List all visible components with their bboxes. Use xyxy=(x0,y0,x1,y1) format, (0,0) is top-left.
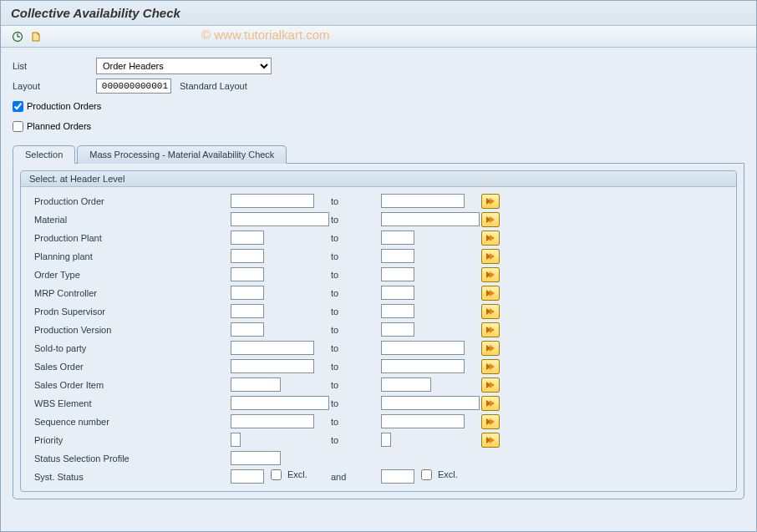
to-input[interactable] xyxy=(381,286,414,300)
field-row: Sales Orderto xyxy=(34,357,729,375)
tab-panel-selection: Select. at Header Level Production Order… xyxy=(13,164,744,499)
status-profile-label: Status Selection Profile xyxy=(34,453,231,464)
to-input[interactable] xyxy=(381,322,414,337)
field-label: Sales Order xyxy=(34,362,231,372)
field-row: Materialto xyxy=(34,210,729,228)
page-title: Collective Availability Check xyxy=(1,1,756,26)
to-input[interactable] xyxy=(381,194,465,208)
multiple-selection-button[interactable] xyxy=(481,433,500,448)
syst-status-to-input[interactable] xyxy=(381,469,414,484)
multiple-selection-button[interactable] xyxy=(481,341,500,356)
from-input[interactable] xyxy=(231,433,241,447)
to-label: to xyxy=(331,251,381,261)
multiple-selection-button[interactable] xyxy=(481,267,500,282)
multiple-selection-button[interactable] xyxy=(481,286,500,301)
planned-orders-label: Planned Orders xyxy=(27,121,91,131)
field-row: WBS Elementto xyxy=(34,394,729,412)
field-label: Priority xyxy=(34,435,231,445)
from-input[interactable] xyxy=(231,359,314,373)
multiple-selection-button[interactable] xyxy=(481,414,500,429)
group-header-level: Select. at Header Level Production Order… xyxy=(20,170,737,492)
from-input[interactable] xyxy=(231,249,264,263)
multiple-selection-button[interactable] xyxy=(481,322,500,337)
field-label: Material xyxy=(34,215,231,225)
syst-status-excl2-label: Excl. xyxy=(438,469,458,484)
to-input[interactable] xyxy=(381,341,465,355)
group-title: Select. at Header Level xyxy=(21,171,736,187)
to-input[interactable] xyxy=(381,396,480,410)
syst-status-from-input[interactable] xyxy=(231,469,264,484)
field-label: Sales Order Item xyxy=(34,380,231,390)
from-input[interactable] xyxy=(231,322,264,337)
layout-label: Layout xyxy=(13,81,96,91)
list-select[interactable]: Order Headers xyxy=(96,58,272,74)
from-input[interactable] xyxy=(231,304,264,318)
to-input[interactable] xyxy=(381,231,414,245)
list-label: List xyxy=(13,61,96,71)
to-label: to xyxy=(331,398,381,408)
from-input[interactable] xyxy=(231,231,264,245)
from-input[interactable] xyxy=(231,212,329,226)
to-label: to xyxy=(331,380,381,390)
to-label: to xyxy=(331,288,381,298)
field-label: Prodn Supervisor xyxy=(34,307,231,317)
tab-mass-processing[interactable]: Mass Processing - Material Availability … xyxy=(77,145,287,164)
field-row: Sales Order Itemto xyxy=(34,376,729,393)
and-label: and xyxy=(331,472,381,482)
multiple-selection-button[interactable] xyxy=(481,249,500,264)
top-form: List Order Headers Layout Standard Layou… xyxy=(13,58,744,134)
to-input[interactable] xyxy=(381,212,480,226)
status-profile-row: Status Selection Profile xyxy=(34,449,729,467)
field-label: Sequence number xyxy=(34,417,231,427)
from-input[interactable] xyxy=(231,414,314,428)
production-orders-checkbox[interactable] xyxy=(13,101,23,112)
syst-status-excl2-checkbox[interactable] xyxy=(421,469,432,480)
from-input[interactable] xyxy=(231,396,329,410)
execute-button[interactable] xyxy=(9,28,26,45)
status-profile-input[interactable] xyxy=(231,451,281,465)
multiple-selection-button[interactable] xyxy=(481,377,500,393)
from-input[interactable] xyxy=(231,194,314,208)
to-input[interactable] xyxy=(381,267,414,281)
to-input[interactable] xyxy=(381,377,431,392)
tab-selection[interactable]: Selection xyxy=(13,145,75,164)
field-row: Production Orderto xyxy=(34,192,729,210)
field-row: Priorityto xyxy=(34,431,729,448)
layout-input[interactable] xyxy=(96,79,171,94)
multiple-selection-button[interactable] xyxy=(481,396,500,411)
to-label: to xyxy=(331,215,381,225)
tabstrip: Selection Mass Processing - Material Ava… xyxy=(13,144,744,164)
to-input[interactable] xyxy=(381,433,391,447)
to-input[interactable] xyxy=(381,249,414,263)
to-label: to xyxy=(331,325,381,335)
to-input[interactable] xyxy=(381,359,465,373)
multiple-selection-button[interactable] xyxy=(481,212,500,227)
variant-button[interactable] xyxy=(28,28,44,45)
field-row: Production Plantto xyxy=(34,229,729,246)
syst-status-label: Syst. Status xyxy=(34,472,231,482)
syst-status-excl1-label: Excl. xyxy=(287,469,307,484)
multiple-selection-button[interactable] xyxy=(481,359,500,374)
to-label: to xyxy=(331,417,381,427)
field-row: Sequence numberto xyxy=(34,413,729,430)
multiple-selection-button[interactable] xyxy=(481,304,500,319)
to-label: to xyxy=(331,233,381,243)
field-label: Production Plant xyxy=(34,233,231,243)
to-input[interactable] xyxy=(381,414,465,428)
from-input[interactable] xyxy=(231,267,264,281)
to-input[interactable] xyxy=(381,304,414,318)
field-label: Order Type xyxy=(34,270,231,280)
from-input[interactable] xyxy=(231,286,264,300)
from-input[interactable] xyxy=(231,377,281,392)
to-label: to xyxy=(331,362,381,372)
from-input[interactable] xyxy=(231,341,314,355)
to-label: to xyxy=(331,343,381,353)
syst-status-excl1-checkbox[interactable] xyxy=(271,469,282,480)
content-area: List Order Headers Layout Standard Layou… xyxy=(1,48,756,532)
multiple-selection-button[interactable] xyxy=(481,231,500,246)
field-row: Prodn Supervisorto xyxy=(34,302,729,320)
field-label: Sold-to party xyxy=(34,343,231,353)
multiple-selection-button[interactable] xyxy=(481,194,500,209)
field-row: MRP Controllerto xyxy=(34,284,729,301)
planned-orders-checkbox[interactable] xyxy=(13,121,23,132)
